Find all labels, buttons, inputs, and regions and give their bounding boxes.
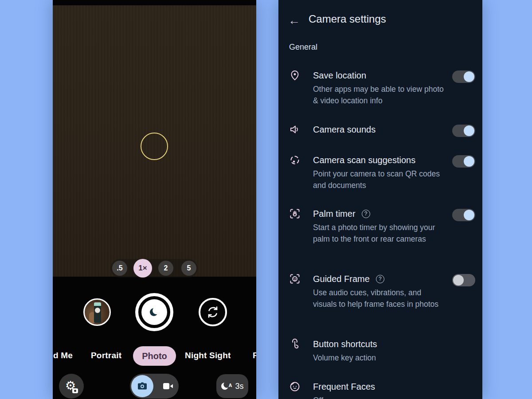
- setting-subtitle: Volume key action: [313, 352, 447, 364]
- setting-subtitle: Start a photo timer by showing your palm…: [313, 222, 447, 245]
- settings-row-save-location[interactable]: Save location Other apps may be able to …: [289, 69, 475, 106]
- camera-viewfinder[interactable]: .5 1× 2 5: [53, 5, 256, 277]
- setting-title: Frequent Faces: [313, 380, 447, 393]
- focus-ring: [141, 133, 168, 160]
- video-icon[interactable]: [162, 381, 174, 391]
- help-icon[interactable]: ?: [362, 210, 370, 218]
- camera-icon: [137, 380, 148, 392]
- back-arrow-icon[interactable]: ←: [288, 12, 300, 28]
- gallery-thumbnail[interactable]: [83, 298, 111, 326]
- speaker-icon: [289, 124, 301, 135]
- camera-badge-icon: [72, 388, 78, 393]
- guided-frame-toggle[interactable]: [452, 274, 475, 286]
- mode-tab-photo[interactable]: Photo: [133, 346, 176, 366]
- zoom-chip-1x[interactable]: 1×: [133, 259, 152, 278]
- timer-button[interactable]: A 3s: [216, 374, 248, 398]
- setting-subtitle: Use audio cues, vibrations, and visuals …: [313, 287, 447, 310]
- guided-frame-icon: [289, 273, 301, 285]
- flip-camera-button[interactable]: [199, 298, 227, 326]
- settings-row-camera-sounds[interactable]: Camera sounds: [289, 123, 475, 137]
- zoom-chip-5x[interactable]: 5: [181, 261, 196, 276]
- section-label-general: General: [289, 43, 317, 52]
- settings-header: ← Camera settings: [278, 12, 482, 29]
- photo-mode-selected[interactable]: [131, 375, 153, 397]
- settings-row-button-shortcuts[interactable]: Button shortcuts Volume key action: [289, 338, 475, 364]
- settings-row-camera-scan-suggestions[interactable]: Camera scan suggestions Point your camer…: [289, 154, 475, 191]
- setting-title: Camera scan suggestions: [313, 154, 447, 166]
- setting-subtitle: Other apps may be able to view photo & v…: [313, 84, 447, 106]
- mode-tab-add-me[interactable]: d Me: [53, 351, 73, 360]
- night-sight-moon-icon: [149, 306, 160, 318]
- page-title: Camera settings: [309, 13, 386, 25]
- palm-timer-icon: [289, 208, 301, 219]
- photo-video-toggle[interactable]: [130, 374, 179, 399]
- settings-row-frequent-faces[interactable]: Frequent Faces Off: [289, 380, 475, 399]
- face-icon: [289, 381, 301, 392]
- mode-tab-panorama[interactable]: P: [253, 351, 256, 360]
- camera-settings-button[interactable]: ⚙: [59, 374, 84, 399]
- night-sight-auto-icon: A: [221, 382, 230, 391]
- zoom-level-bar: .5 1× 2 5: [110, 259, 198, 278]
- camera-settings-screen: ← Camera settings General Save location …: [278, 0, 482, 399]
- mode-tab-night-sight[interactable]: Night Sight: [185, 351, 231, 360]
- help-icon[interactable]: ?: [376, 275, 384, 283]
- save-location-toggle[interactable]: [452, 70, 475, 83]
- scan-suggestions-icon: [289, 154, 301, 166]
- settings-row-palm-timer[interactable]: Palm timer ? Start a photo timer by show…: [289, 207, 475, 245]
- shutter-button[interactable]: [135, 293, 173, 331]
- tap-gesture-icon: [289, 338, 301, 350]
- setting-title: Button shortcuts: [313, 338, 447, 350]
- setting-title: Save location: [313, 69, 447, 82]
- camera-app-screen: .5 1× 2 5 d: [53, 0, 256, 399]
- palm-timer-toggle[interactable]: [452, 209, 475, 221]
- setting-subtitle: Point your camera to scan QR codes and d…: [313, 168, 447, 191]
- setting-title: Palm timer: [313, 207, 356, 220]
- location-pin-icon: [289, 70, 301, 81]
- flip-camera-icon: [205, 305, 220, 320]
- camera-scan-suggestions-toggle[interactable]: [452, 155, 475, 168]
- zoom-chip-2x[interactable]: 2: [158, 261, 173, 276]
- timer-duration-label: 3s: [235, 382, 243, 391]
- camera-sounds-toggle[interactable]: [452, 125, 475, 137]
- mode-tab-portrait[interactable]: Portrait: [91, 351, 121, 360]
- setting-subtitle: Off: [313, 395, 447, 399]
- zoom-chip-0.5x[interactable]: .5: [112, 261, 127, 276]
- setting-title: Camera sounds: [313, 123, 447, 136]
- setting-title: Guided Frame: [313, 273, 370, 285]
- settings-row-guided-frame[interactable]: Guided Frame ? Use audio cues, vibration…: [289, 273, 475, 310]
